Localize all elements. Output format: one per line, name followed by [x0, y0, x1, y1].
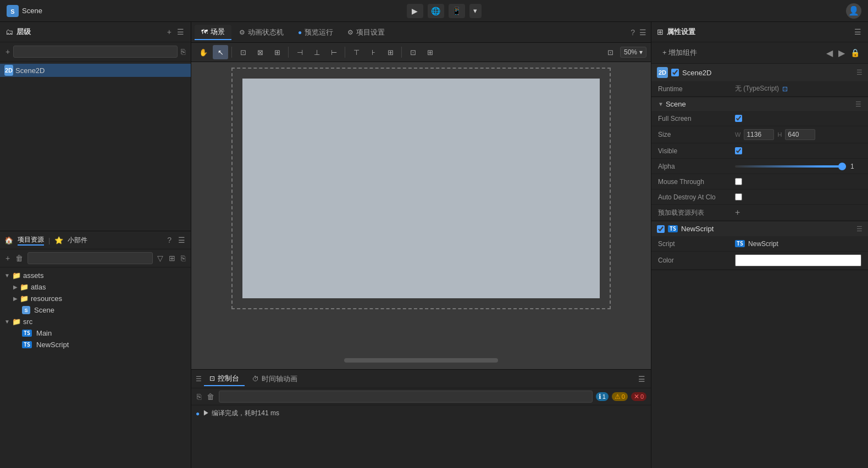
hierarchy-menu-btn[interactable]: ☰	[176, 26, 185, 37]
nav-forward-btn[interactable]: ▶	[836, 47, 848, 59]
asset-filter-btn[interactable]: ▽	[156, 253, 164, 264]
scene-section-header[interactable]: ▼ Scene ☰	[651, 97, 868, 111]
color-swatch[interactable]	[735, 254, 861, 266]
asset-item-assets[interactable]: ▼ 📁 assets	[0, 270, 191, 281]
asset-help-btn[interactable]: ?	[166, 235, 173, 246]
newscript-enabled-checkbox[interactable]	[657, 225, 665, 233]
console-delete-btn[interactable]: 🗑	[206, 391, 215, 402]
asset-search-input[interactable]	[27, 252, 153, 264]
asset-item-src[interactable]: ▼ 📁 src	[0, 316, 191, 327]
preload-add-btn[interactable]: +	[735, 208, 740, 218]
prop-runtime-value: 无 (TypeScript) ⊡	[735, 84, 861, 93]
tab-timeline-label: 时间轴动画	[262, 374, 297, 384]
globe-button[interactable]: 🌐	[428, 4, 444, 18]
hierarchy-title: 层级	[16, 27, 163, 37]
dropdown-button[interactable]: ▾	[469, 4, 482, 18]
tab-widgets-label: 小部件	[68, 236, 87, 245]
editor-tabs: 🗺 场景 ⚙ 动画状态机 ● 预览运行 ⚙ 项目设置 ? ☰	[191, 22, 651, 43]
console-search-input[interactable]	[219, 391, 593, 403]
tool-pos-w[interactable]: ⊢	[326, 45, 341, 59]
tool-align-r[interactable]: ⊦	[366, 45, 381, 59]
scene-section-menu-btn[interactable]: ☰	[855, 101, 861, 108]
tool-align-all[interactable]: ⊞	[383, 45, 398, 59]
hierarchy-header: 🗂 层级 + ☰	[0, 22, 191, 42]
asset-add-btn[interactable]: +	[4, 253, 11, 264]
asset-item-main[interactable]: TS Main	[0, 327, 191, 339]
visible-checkbox[interactable]	[735, 147, 742, 154]
prop-runtime-label: Runtime	[658, 85, 735, 93]
tab-widgets[interactable]: 小部件	[68, 236, 87, 245]
add-component-btn[interactable]: + 增加组件	[657, 46, 703, 60]
console-copy-btn[interactable]: ⎘	[196, 391, 202, 402]
user-avatar[interactable]: 👤	[846, 3, 861, 19]
full-screen-checkbox[interactable]	[735, 115, 742, 122]
top-bar: S Scene ▶ 🌐 📱 ▾ 👤	[0, 0, 868, 22]
size-w-input[interactable]	[744, 129, 774, 140]
asset-item-scene[interactable]: S Scene	[0, 304, 191, 316]
tool-select[interactable]: ↖	[213, 45, 228, 59]
scene2d-comp-menu-btn[interactable]: ☰	[856, 69, 863, 76]
asset-view-btn[interactable]: ⎘	[180, 253, 186, 264]
tool-anchor-tc[interactable]: ⊠	[252, 45, 268, 59]
asset-menu-btn[interactable]: ☰	[177, 235, 186, 246]
tab-scene-label: 场景	[211, 27, 225, 37]
properties-menu-btn[interactable]: ☰	[853, 26, 863, 37]
lock-btn[interactable]: 🔒	[848, 47, 863, 58]
tool-expand[interactable]: ⊡	[405, 45, 421, 59]
asset-grid-btn[interactable]: ⊞	[168, 253, 176, 264]
editor-help-btn[interactable]: ?	[629, 27, 636, 38]
scene2d-enabled-checkbox[interactable]	[671, 69, 679, 76]
play-button[interactable]: ▶	[407, 4, 423, 18]
hierarchy-copy-btn[interactable]: ⎘	[180, 46, 186, 57]
tool-pos-x[interactable]: ⊣	[292, 45, 307, 59]
newscript-title: NewScript	[681, 225, 765, 233]
hierarchy-add-btn[interactable]: +	[166, 26, 173, 37]
tab-project-settings[interactable]: ⚙ 项目设置	[341, 25, 391, 40]
nav-back-btn[interactable]: ◀	[823, 47, 836, 59]
zoom-value: 50%	[624, 48, 637, 56]
tool-grid[interactable]: ⊞	[422, 45, 438, 59]
canvas-area[interactable]	[191, 62, 651, 369]
console-menu-btn[interactable]: ☰	[637, 374, 646, 385]
tool-anchor-tl[interactable]: ⊡	[235, 45, 251, 59]
tab-anim-state-icon: ⚙	[239, 29, 245, 36]
asset-item-newscript[interactable]: TS NewScript	[0, 339, 191, 350]
asset-panel-header: 🏠 项目资源 | ⭐ 小部件 ? ☰	[0, 231, 191, 249]
badge-info-count: 1	[602, 393, 606, 400]
tab-anim-state[interactable]: ⚙ 动画状态机	[233, 25, 290, 40]
tree-item-scene2d[interactable]: 2D Scene2D	[0, 64, 191, 77]
tab-preview[interactable]: ● 预览运行	[291, 25, 340, 40]
tool-pos-y[interactable]: ⊥	[309, 45, 324, 59]
asset-tree: ▼ 📁 assets ▶ 📁 atlas ▶ 📁 resources S	[0, 268, 191, 468]
prop-color-value	[735, 254, 861, 266]
alpha-slider[interactable]	[735, 165, 846, 168]
asset-delete-btn[interactable]: 🗑	[14, 253, 24, 264]
auto-destroy-checkbox[interactable]	[735, 193, 742, 200]
editor-menu-btn[interactable]: ☰	[638, 27, 648, 38]
asset-item-atlas[interactable]: ▶ 📁 atlas	[0, 281, 191, 293]
mobile-button[interactable]: 📱	[449, 4, 465, 18]
asset-item-resources[interactable]: ▶ 📁 resources	[0, 293, 191, 304]
mouse-through-checkbox[interactable]	[735, 178, 742, 185]
runtime-script-btn[interactable]: ⊡	[782, 85, 788, 93]
tab-project-assets[interactable]: 项目资源	[18, 235, 44, 246]
tab-timeline[interactable]: ⏱ 时间轴动画	[247, 372, 303, 386]
zoom-selector[interactable]: 50% ▾	[620, 47, 646, 58]
newscript-header: TS NewScript ☰	[651, 221, 868, 236]
hierarchy-search-input[interactable]	[13, 46, 178, 58]
tab-scene[interactable]: 🗺 场景	[195, 25, 231, 40]
size-h-input[interactable]	[785, 129, 815, 140]
top-bar-center: ▶ 🌐 📱 ▾	[42, 4, 846, 18]
left-panel: 🗂 层级 + ☰ + ⎘ 2D Scene2D	[0, 22, 191, 468]
hierarchy-search-icon[interactable]: +	[4, 46, 11, 57]
tool-hand[interactable]: ✋	[196, 45, 211, 59]
newscript-menu-btn[interactable]: ☰	[856, 225, 863, 233]
tool-preview-mode[interactable]: ⊡	[603, 45, 618, 59]
tool-anchor-tr[interactable]: ⊞	[269, 45, 285, 59]
tab-console[interactable]: ⊡ 控制台	[204, 372, 245, 386]
bottom-panel: ☰ ⊡ 控制台 ⏱ 时间轴动画 ☰ ⎘ 🗑 ℹ 1	[191, 369, 651, 468]
tool-align-l[interactable]: ⊤	[349, 45, 364, 59]
log-text-1: ▶ 编译完成，耗时141 ms	[203, 409, 279, 418]
canvas-scrollbar-h[interactable]	[344, 358, 498, 363]
prop-full-screen-value	[735, 115, 861, 122]
